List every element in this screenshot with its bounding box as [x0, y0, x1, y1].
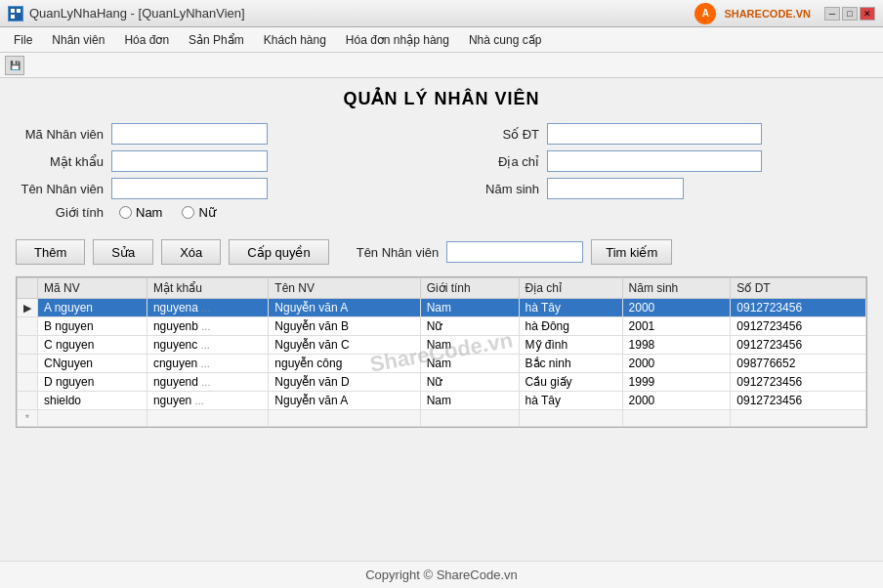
cell-gioitinh: Nam	[420, 336, 519, 355]
them-button[interactable]: Thêm	[16, 239, 85, 265]
cell-tennv: Nguyễn văn A	[269, 392, 420, 410]
table-row[interactable]: CNguyen cnguyen ... nguyễn công Nam Bắc …	[18, 355, 866, 373]
form-section: Mã Nhân viên Mật khẩu Tên Nhân viên Giới…	[16, 123, 867, 230]
cell-diachi: hà Đông	[519, 317, 622, 336]
col-diachi: Địa chỉ	[519, 278, 622, 299]
radio-nu[interactable]: Nữ	[182, 205, 215, 220]
radio-nu-label: Nữ	[198, 205, 215, 220]
menu-file[interactable]: File	[4, 30, 42, 50]
action-row: Thêm Sửa Xóa Cấp quyền Tên Nhân viên Tim…	[16, 239, 867, 265]
menu-hoadonnhaphang[interactable]: Hóa đơn nhập hàng	[336, 30, 459, 50]
sua-button[interactable]: Sửa	[93, 239, 153, 265]
menu-sanpham[interactable]: Sản Phẩm	[179, 30, 254, 50]
svg-rect-2	[17, 9, 21, 13]
cell-namsinh: 1999	[622, 373, 731, 392]
cell-namsinh: 2001	[622, 317, 731, 336]
table-row[interactable]: D nguyen nguyend ... Nguyễn văn D Nữ Cầu…	[18, 373, 866, 392]
ten-nhan-vien-input[interactable]	[111, 178, 268, 199]
close-button[interactable]: ✕	[860, 7, 875, 21]
cell-manv: shieldo	[38, 392, 147, 410]
cell-manv: B nguyen	[38, 317, 147, 336]
brand-name: SHARECODE.VN	[724, 8, 811, 20]
cell-sodt: 0912723456	[731, 392, 866, 410]
sharecode-logo-icon: A	[694, 3, 716, 24]
footer-text: Copyright © ShareCode.vn	[365, 567, 518, 582]
cell-sodt: 0912723456	[731, 373, 866, 392]
cap-quyen-button[interactable]: Cấp quyền	[229, 239, 328, 265]
dia-chi-row: Địa chỉ	[451, 150, 867, 172]
cell-diachi: Bắc ninh	[519, 355, 622, 373]
minimize-button[interactable]: ─	[824, 7, 840, 21]
table-row[interactable]: C nguyen nguyenc ... Nguyễn văn C Nam Mỹ…	[18, 336, 866, 355]
cell-manv: A nguyen	[38, 299, 147, 317]
restore-button[interactable]: □	[842, 7, 858, 21]
new-row-indicator: *	[18, 410, 38, 427]
footer: Copyright © ShareCode.vn	[0, 561, 883, 588]
mat-khau-input[interactable]	[111, 150, 268, 172]
svg-rect-1	[11, 9, 15, 13]
radio-group: Nam Nữ	[119, 205, 216, 220]
search-input[interactable]	[446, 241, 583, 263]
svg-rect-3	[11, 15, 15, 19]
window-title: QuanLyNhaHang - [QuanLyNhanVien]	[29, 6, 245, 21]
table-row[interactable]: B nguyen nguyenb ... Nguyễn văn B Nữ hà …	[18, 317, 866, 336]
data-table: Mã NV Mật khẩu Tên NV Giới tính Địa chỉ …	[17, 277, 866, 427]
cell-manv: C nguyen	[38, 336, 147, 355]
title-bar-left: QuanLyNhaHang - [QuanLyNhanVien]	[8, 6, 245, 21]
so-dt-input[interactable]	[547, 123, 762, 145]
cell-namsinh: 1998	[622, 336, 731, 355]
title-bar: QuanLyNhaHang - [QuanLyNhanVien] A SHARE…	[0, 0, 883, 27]
form-right: Số ĐT Địa chỉ Năm sinh	[451, 123, 867, 230]
cell-diachi: Mỹ đình	[519, 336, 622, 355]
cell-matkhau: nguyenb ...	[147, 317, 268, 336]
dia-chi-input[interactable]	[547, 150, 762, 172]
ten-nhan-vien-row: Tên Nhân viên	[16, 178, 432, 199]
cell-tennv: Nguyễn văn B	[269, 317, 420, 336]
app-icon	[8, 6, 23, 21]
cell-diachi: hà Tây	[519, 392, 622, 410]
ma-nhan-vien-label: Mã Nhân viên	[16, 127, 104, 142]
cell-manv: D nguyen	[38, 373, 147, 392]
menu-khachhang[interactable]: Khách hàng	[254, 30, 336, 50]
radio-nam[interactable]: Nam	[119, 205, 162, 220]
dia-chi-label: Địa chỉ	[451, 154, 539, 169]
row-indicator	[18, 373, 38, 392]
cell-namsinh: 2000	[622, 355, 731, 373]
table-row[interactable]: shieldo nguyen ... Nguyễn văn A Nam hà T…	[18, 392, 866, 410]
table-row[interactable]: ▶ A nguyen nguyena ... Nguyễn văn A Nam …	[18, 299, 866, 317]
cell-gioitinh: Nữ	[420, 373, 519, 392]
radio-nu-input[interactable]	[182, 206, 194, 219]
so-dt-row: Số ĐT	[451, 123, 867, 145]
cell-tennv: Nguyễn văn C	[269, 336, 420, 355]
cell-matkhau: nguyen ...	[147, 392, 268, 410]
cell-matkhau: cnguyen ...	[147, 355, 268, 373]
data-table-container: ShareCode.vn Mã NV Mật khẩu Tên NV Giới …	[16, 276, 867, 428]
col-namsinh: Năm sinh	[622, 278, 731, 299]
search-label: Tên Nhân viên	[357, 245, 440, 260]
menu-nhacungcap[interactable]: Nhà cung cấp	[459, 30, 551, 50]
row-indicator	[18, 317, 38, 336]
cell-gioitinh: Nam	[420, 392, 519, 410]
cell-namsinh: 2000	[622, 392, 731, 410]
nam-sinh-input[interactable]	[547, 178, 684, 199]
col-indicator	[18, 278, 38, 299]
cell-gioitinh: Nữ	[420, 317, 519, 336]
radio-nam-input[interactable]	[119, 206, 132, 219]
cell-tennv: Nguyễn văn D	[269, 373, 420, 392]
cell-tennv: Nguyễn văn A	[269, 299, 420, 317]
cell-manv: CNguyen	[38, 355, 147, 373]
menu-hoadon[interactable]: Hóa đơn	[114, 30, 179, 50]
row-indicator: ▶	[18, 299, 38, 317]
main-content: QUẢN LÝ NHÂN VIÊN Mã Nhân viên Mật khẩu …	[0, 78, 883, 438]
ma-nhan-vien-input[interactable]	[111, 123, 268, 145]
page-title: QUẢN LÝ NHÂN VIÊN	[16, 88, 867, 109]
menu-nhanvien[interactable]: Nhân viên	[42, 30, 114, 50]
xoa-button[interactable]: Xóa	[161, 239, 221, 265]
cell-sodt: 0912723456	[731, 299, 866, 317]
nam-sinh-row: Năm sinh	[451, 178, 867, 199]
toolbar-save-icon[interactable]: 💾	[5, 56, 24, 75]
tim-kiem-button[interactable]: Tim kiếm	[591, 239, 672, 265]
cell-matkhau: nguyend ...	[147, 373, 268, 392]
toolbar: 💾	[0, 53, 883, 78]
row-indicator	[18, 336, 38, 355]
